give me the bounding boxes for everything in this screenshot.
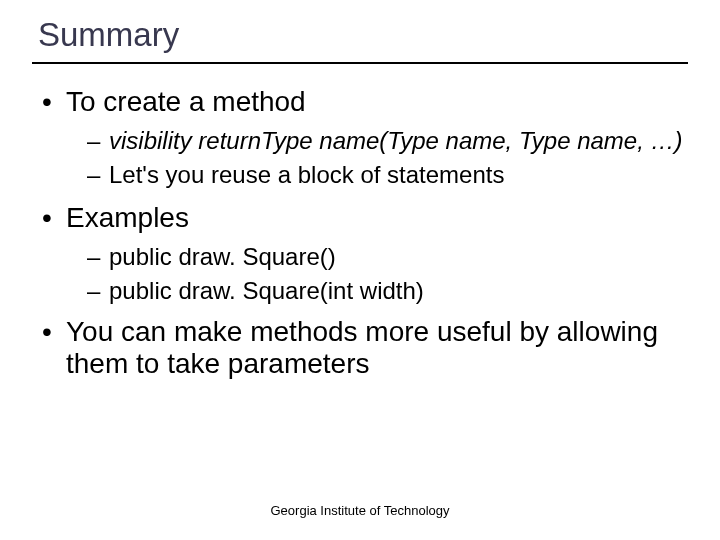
footer-text: Georgia Institute of Technology xyxy=(0,503,720,518)
bullet-dot-icon: • xyxy=(42,86,66,118)
bullet-2-2-text: public draw. Square(int width) xyxy=(109,276,424,306)
slide-container: Summary • To create a method – visibilit… xyxy=(0,0,720,380)
bullet-1-text: To create a method xyxy=(66,86,306,118)
bullet-dot-icon: • xyxy=(42,202,66,234)
bullet-2-text: Examples xyxy=(66,202,189,234)
bullet-2: • Examples xyxy=(42,202,688,234)
bullet-dot-icon: • xyxy=(42,316,66,380)
bullet-dash-icon: – xyxy=(87,126,109,156)
bullet-1: • To create a method xyxy=(42,86,688,118)
bullet-2-1: – public draw. Square() xyxy=(87,242,688,272)
title-underline xyxy=(32,62,688,64)
bullet-2-2: – public draw. Square(int width) xyxy=(87,276,688,306)
bullet-2-1-text: public draw. Square() xyxy=(109,242,336,272)
bullet-3-text: You can make methods more useful by allo… xyxy=(66,316,688,380)
bullet-1-2: – Let's you reuse a block of statements xyxy=(87,160,688,190)
bullet-3: • You can make methods more useful by al… xyxy=(42,316,688,380)
slide-title: Summary xyxy=(38,16,688,58)
bullet-dash-icon: – xyxy=(87,160,109,190)
bullet-dash-icon: – xyxy=(87,276,109,306)
bullet-1-2-text: Let's you reuse a block of statements xyxy=(109,160,504,190)
bullet-1-1: – visibility returnType name(Type name, … xyxy=(87,126,688,156)
bullet-dash-icon: – xyxy=(87,242,109,272)
bullet-1-1-text: visibility returnType name(Type name, Ty… xyxy=(109,126,683,156)
